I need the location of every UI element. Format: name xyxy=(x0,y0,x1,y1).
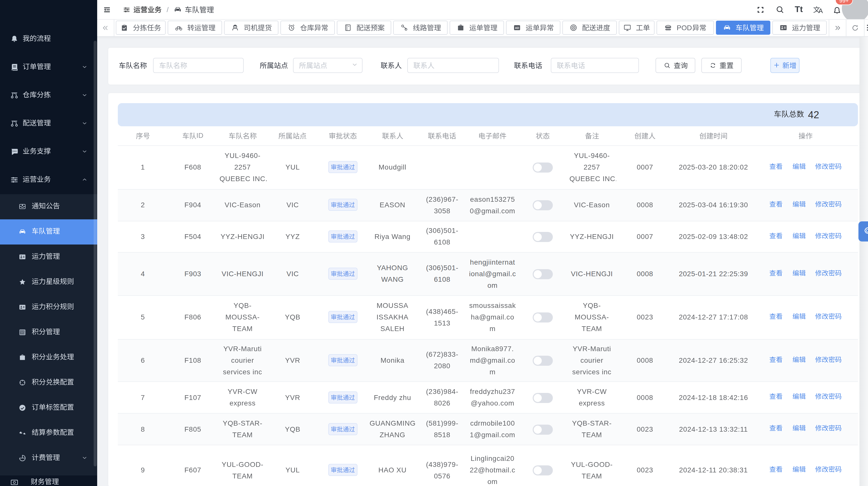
svg-text:AD: AD xyxy=(515,26,519,29)
